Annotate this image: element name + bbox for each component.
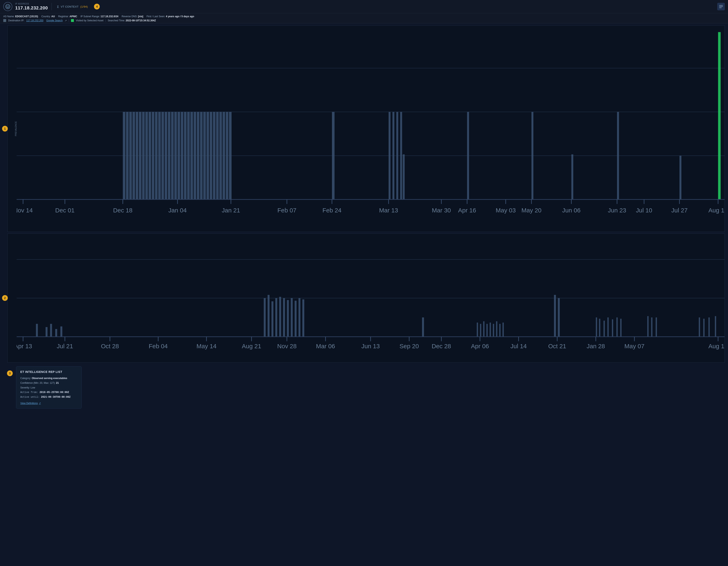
svg-rect-59 xyxy=(531,112,533,199)
category-value: Observed serving executables xyxy=(32,377,67,380)
svg-rect-141 xyxy=(651,317,652,337)
svg-rect-63 xyxy=(718,32,721,199)
chart1-container: Prevalence 0 1 2 3 4 xyxy=(7,25,725,232)
google-search-link[interactable]: Google Search xyxy=(46,19,63,22)
svg-rect-41 xyxy=(197,112,199,199)
svg-rect-25 xyxy=(145,112,148,199)
menu-button[interactable] xyxy=(717,3,725,10)
svg-rect-32 xyxy=(168,112,171,199)
svg-rect-53 xyxy=(389,112,390,199)
ip-icon: IP xyxy=(3,2,12,11)
badge-1: 1 xyxy=(2,126,8,132)
view-definitions-link[interactable]: View Definitions ↗ xyxy=(20,402,77,405)
svg-text:Feb 24: Feb 24 xyxy=(322,207,341,214)
svg-rect-48 xyxy=(219,112,222,199)
svg-rect-38 xyxy=(187,112,190,199)
svg-text:Jan 28: Jan 28 xyxy=(587,343,605,349)
svg-rect-117 xyxy=(291,298,293,337)
svg-rect-111 xyxy=(268,295,269,337)
svg-rect-131 xyxy=(554,295,556,337)
svg-text:Jul 27: Jul 27 xyxy=(671,207,688,214)
external-link-icon: ↗ xyxy=(65,19,67,22)
as-name-value: EDGECAST (15133) xyxy=(15,15,38,18)
svg-rect-57 xyxy=(403,154,405,199)
svg-text:Jun 06: Jun 06 xyxy=(562,207,580,214)
category-row: Category: Observed serving executables xyxy=(20,376,77,380)
confidence-label: Confidence (Min: 20, Max: 127): xyxy=(20,382,55,384)
external-link-icon-defs: ↗ xyxy=(39,402,41,405)
svg-text:Feb 04: Feb 04 xyxy=(149,343,168,349)
svg-rect-122 xyxy=(477,322,478,337)
svg-text:Mar 13: Mar 13 xyxy=(379,207,398,214)
svg-rect-52 xyxy=(332,112,335,199)
svg-rect-45 xyxy=(210,112,212,199)
svg-rect-28 xyxy=(155,112,158,199)
svg-text:Jul 14: Jul 14 xyxy=(511,343,527,349)
country-info: Country: AU xyxy=(41,15,55,18)
registrar-value: APNIC xyxy=(70,15,77,18)
svg-rect-31 xyxy=(165,112,167,199)
svg-text:Oct 28: Oct 28 xyxy=(101,343,119,349)
svg-rect-29 xyxy=(158,112,161,199)
svg-rect-140 xyxy=(647,316,649,337)
page-wrapper: IP IP ADDRESS 117.18.232.200 Σ VT CONTEX… xyxy=(0,0,728,566)
svg-rect-18 xyxy=(123,112,126,199)
svg-rect-107 xyxy=(50,324,52,337)
svg-rect-23 xyxy=(139,112,142,199)
firstlast-value: 4 years ago / 5 days ago xyxy=(166,15,194,18)
dest-ip-link[interactable]: 117.18.232.200 xyxy=(26,19,43,22)
svg-rect-55 xyxy=(396,112,398,199)
svg-rect-108 xyxy=(55,329,57,337)
svg-text:Apr 13: Apr 13 xyxy=(17,343,32,349)
svg-text:Jun 23: Jun 23 xyxy=(608,207,626,214)
view-defs-label: View Definitions xyxy=(20,402,38,405)
y-axis-label-1: Prevalence xyxy=(15,121,17,136)
svg-text:Jan 04: Jan 04 xyxy=(168,207,187,214)
svg-rect-58 xyxy=(467,112,469,199)
svg-rect-126 xyxy=(490,322,491,337)
svg-rect-47 xyxy=(216,112,219,199)
svg-text:Sep 20: Sep 20 xyxy=(399,343,419,349)
confidence-row: Confidence (Min: 20, Max: 127): 21 xyxy=(20,381,77,385)
svg-rect-124 xyxy=(483,321,484,337)
chart2-section: 2 0 2 4 xyxy=(5,234,725,363)
svg-text:May 07: May 07 xyxy=(624,343,644,349)
svg-text:Apr 16: Apr 16 xyxy=(458,207,476,214)
active-from-row: Active from: 2018-05-25T00:00:00Z xyxy=(20,391,77,394)
svg-rect-106 xyxy=(46,327,47,337)
intel-card: ET INTELLIGENCE REP LIST Category: Obser… xyxy=(16,366,82,409)
svg-rect-21 xyxy=(133,112,135,199)
svg-rect-132 xyxy=(558,298,560,337)
searched-time-value: 2022-08-10T15:34:52.304Z xyxy=(126,19,156,22)
svg-rect-49 xyxy=(223,112,225,199)
svg-rect-43 xyxy=(203,112,206,199)
svg-rect-113 xyxy=(275,298,277,337)
svg-text:Dec 28: Dec 28 xyxy=(432,343,451,349)
svg-rect-137 xyxy=(612,319,613,337)
chart1-area: 0 1 2 3 4 xyxy=(17,26,725,232)
svg-rect-146 xyxy=(715,316,716,337)
svg-text:Jul 10: Jul 10 xyxy=(636,207,652,214)
svg-rect-112 xyxy=(271,301,273,337)
svg-text:Aug 10: Aug 10 xyxy=(708,207,725,214)
svg-rect-22 xyxy=(136,112,138,199)
active-until-label: Active until: xyxy=(20,396,40,399)
bottom-section: 3 ET INTELLIGENCE REP LIST Category: Obs… xyxy=(5,366,725,409)
active-until-row: Active until: 2021-06-30T00:00:00Z xyxy=(20,395,77,399)
sigma-icon: Σ xyxy=(57,5,59,8)
svg-rect-121 xyxy=(422,317,424,337)
ip-label: IP ADDRESS xyxy=(15,3,48,5)
svg-rect-125 xyxy=(486,324,488,337)
svg-text:Dec 01: Dec 01 xyxy=(55,207,74,214)
svg-rect-127 xyxy=(493,324,494,337)
severity-value: Low xyxy=(31,386,35,389)
meta-row: AS Name: EDGECAST (15133) Country: AU Re… xyxy=(0,13,728,23)
country-value: AU xyxy=(51,15,55,18)
ip-address: 117.18.232.200 xyxy=(15,5,48,11)
vt-context-button[interactable]: Σ VT CONTEXT (1/94) xyxy=(55,4,89,9)
svg-rect-130 xyxy=(503,322,504,337)
svg-rect-40 xyxy=(194,112,196,199)
chart2-container: 0 2 4 xyxy=(7,234,725,363)
svg-rect-144 xyxy=(703,319,704,337)
svg-rect-118 xyxy=(295,301,296,337)
